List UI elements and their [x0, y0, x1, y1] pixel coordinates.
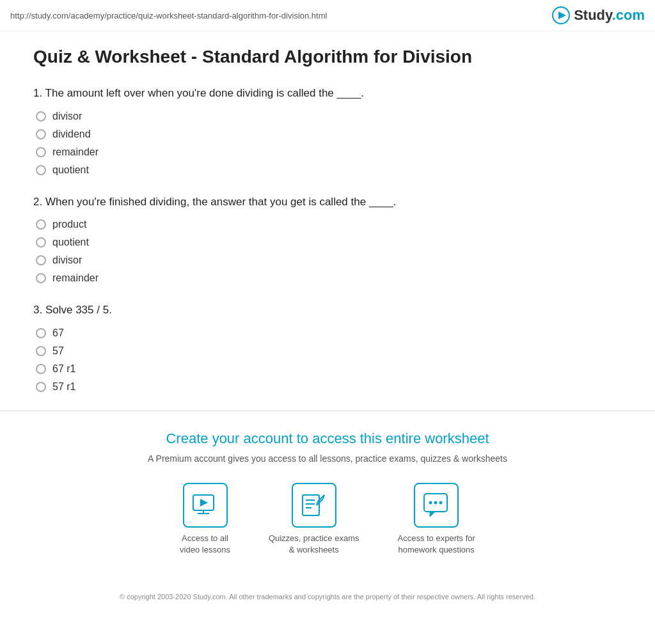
radio-q2-1[interactable]	[36, 219, 46, 230]
radio-q2-3[interactable]	[36, 255, 46, 265]
question-3: 3. Solve 335 / 5. 67 57 67 r1 57 r1	[33, 302, 622, 393]
q2-option-2[interactable]: quotient	[33, 237, 622, 248]
radio-q3-2[interactable]	[36, 346, 46, 356]
q3-label-1: 67	[52, 327, 64, 339]
page-title: Quiz & Worksheet - Standard Algorithm fo…	[33, 47, 622, 67]
q3-label-4: 57 r1	[52, 381, 75, 393]
radio-q2-2[interactable]	[36, 237, 46, 247]
question-1: 1. The amount left over when you're done…	[33, 85, 622, 176]
feature-video-label: Access to allvideo lessons	[180, 533, 230, 556]
question-3-text: 3. Solve 335 / 5.	[33, 302, 622, 318]
promo-subtitle: A Premium account gives you access to al…	[13, 453, 642, 464]
logo-area: Study.com	[552, 6, 645, 24]
logo-icon	[552, 6, 570, 24]
main-content: Quiz & Worksheet - Standard Algorithm fo…	[14, 31, 641, 393]
radio-q1-2[interactable]	[36, 129, 46, 139]
radio-q2-4[interactable]	[36, 273, 46, 283]
svg-marker-3	[200, 499, 208, 507]
question-2-text: 2. When you're finished dividing, the an…	[33, 194, 622, 210]
q2-label-2: quotient	[52, 237, 89, 248]
promo-title: Create your account to access this entir…	[13, 430, 642, 447]
svg-point-17	[439, 501, 443, 504]
svg-point-15	[429, 501, 432, 504]
q1-option-4[interactable]: quotient	[33, 164, 622, 176]
chat-icon	[423, 493, 449, 517]
q2-option-3[interactable]: divisor	[33, 255, 622, 266]
q2-option-4[interactable]: remainder	[33, 272, 622, 284]
q1-option-3[interactable]: remainder	[33, 146, 622, 158]
q3-option-2[interactable]: 57	[33, 345, 622, 357]
q2-label-4: remainder	[52, 272, 99, 284]
q1-label-3: remainder	[52, 146, 99, 158]
q3-label-3: 67 r1	[52, 363, 75, 375]
footer-text: © copyright 2003-2020 Study.com. All oth…	[0, 584, 655, 613]
q3-option-4[interactable]: 57 r1	[33, 381, 622, 393]
radio-q1-1[interactable]	[36, 111, 46, 122]
q1-label-2: dividend	[52, 129, 91, 140]
q1-option-1[interactable]: divisor	[33, 111, 622, 122]
question-2: 2. When you're finished dividing, the an…	[33, 194, 622, 285]
q2-label-3: divisor	[52, 255, 82, 266]
radio-q3-4[interactable]	[36, 382, 46, 392]
q1-option-2[interactable]: dividend	[33, 129, 622, 140]
q1-label-4: quotient	[52, 164, 89, 176]
feature-video: Access to allvideo lessons	[180, 483, 230, 556]
question-1-text: 1. The amount left over when you're done…	[33, 85, 622, 102]
radio-q1-3[interactable]	[36, 147, 46, 157]
feature-chat-label: Access to experts forhomework questions	[398, 533, 475, 556]
q1-label-1: divisor	[52, 111, 82, 122]
chat-icon-box	[414, 483, 459, 528]
quiz-icon	[301, 492, 327, 518]
svg-point-16	[434, 501, 438, 504]
radio-q1-4[interactable]	[36, 165, 46, 175]
features-row: Access to allvideo lessons Quizzes, prac…	[13, 483, 642, 556]
svg-marker-1	[558, 12, 566, 19]
q3-option-3[interactable]: 67 r1	[33, 363, 622, 375]
q2-option-1[interactable]: product	[33, 219, 622, 230]
radio-q3-1[interactable]	[36, 328, 46, 338]
top-bar: http://study.com/academy/practice/quiz-w…	[0, 0, 655, 31]
logo-text: Study.com	[574, 7, 645, 24]
video-icon	[193, 494, 218, 516]
url-text: http://study.com/academy/practice/quiz-w…	[10, 11, 327, 20]
feature-chat: Access to experts forhomework questions	[398, 483, 475, 556]
feature-quiz: Quizzes, practice exams& worksheets	[269, 483, 359, 556]
feature-quiz-label: Quizzes, practice exams& worksheets	[269, 533, 359, 556]
q3-option-1[interactable]: 67	[33, 327, 622, 339]
q3-label-2: 57	[52, 345, 64, 357]
q2-label-1: product	[52, 219, 86, 230]
video-icon-box	[183, 483, 228, 528]
quiz-icon-box	[292, 483, 336, 528]
radio-q3-3[interactable]	[36, 364, 46, 374]
promo-section: Create your account to access this entir…	[0, 411, 655, 584]
